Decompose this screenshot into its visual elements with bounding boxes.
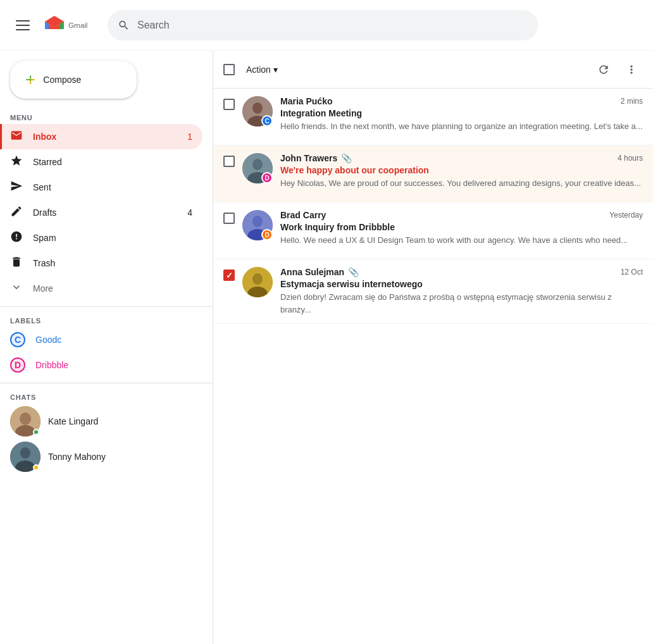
email-row-3[interactable]: D Brad Carry Yesterday Work Inquiry from… (213, 202, 653, 259)
email-sender-1: Maria Pućko (280, 96, 332, 106)
sidebar-item-sent[interactable]: Sent (0, 175, 202, 200)
hamburger-menu-button[interactable] (10, 13, 35, 38)
tonny-avatar-wrap (10, 442, 40, 472)
action-arrow-icon: ▾ (273, 65, 278, 75)
email-row-2[interactable]: D John Trawers 📎 4 hours We're happy abo… (213, 146, 653, 202)
email-avatar-wrap-2: D (242, 153, 273, 183)
action-label: Action (246, 65, 271, 75)
email-preview-3: Hello. We need a UX & UI Design Team to … (280, 234, 643, 247)
sent-label: Sent (33, 182, 192, 192)
sidebar-divider-2 (0, 383, 213, 383)
search-bar[interactable] (108, 10, 538, 40)
email-row-4[interactable]: ✓ Anna Sulejman (213, 259, 653, 324)
kate-chat-name: Kate Lingard (48, 416, 202, 426)
compose-label: Compose (43, 75, 81, 85)
drafts-icon (10, 205, 23, 221)
search-icon (118, 19, 130, 32)
email-content-3: Brad Carry Yesterday Work Inquiry from D… (280, 210, 643, 247)
chat-item-tonny[interactable]: Tonny Mahony ⋮ (0, 439, 213, 474)
sidebar-item-more[interactable]: More (0, 276, 202, 301)
svg-point-9 (252, 102, 263, 114)
gmail-text-icon: Gmail (68, 14, 100, 37)
sent-icon (10, 180, 23, 195)
starred-label: Starred (33, 157, 192, 167)
checkmark-icon: ✓ (226, 271, 233, 280)
trash-label: Trash (33, 258, 192, 268)
svg-point-6 (20, 447, 30, 459)
email-checkbox-2[interactable] (223, 156, 235, 167)
email-checkbox-4[interactable]: ✓ (223, 269, 235, 281)
labels-section-label: LABELS (0, 312, 213, 327)
svg-text:Gmail: Gmail (68, 21, 87, 29)
email-header-2: John Trawers 📎 4 hours (280, 153, 643, 163)
svg-point-18 (252, 273, 263, 285)
inbox-count: 1 (187, 132, 192, 142)
more-chevron-icon (10, 281, 23, 297)
menu-section-label: MENU (0, 109, 213, 124)
sidebar-divider-1 (0, 306, 213, 307)
email-subject-1: Integration Meeting (280, 108, 643, 118)
email-header-1: Maria Pućko 2 mins (280, 96, 643, 106)
inbox-icon (10, 129, 23, 145)
search-input[interactable] (137, 20, 528, 31)
email-checkbox-box-2[interactable] (223, 156, 235, 167)
more-label: More (33, 283, 192, 294)
kate-avatar-wrap (10, 406, 40, 437)
email-checkbox-1[interactable] (223, 99, 235, 110)
email-content-4: Anna Sulejman 📎 12 Oct Estymacja serwisu… (280, 267, 643, 316)
email-checkbox-box-1[interactable] (223, 99, 235, 110)
dribbble-label-icon: D (10, 357, 25, 373)
spam-label: Spam (33, 233, 192, 243)
email-checkbox-3[interactable] (223, 213, 235, 224)
email-sender-3: Brad Carry (280, 210, 326, 220)
more-options-button[interactable] (620, 58, 643, 81)
dribbble-label-name: Dribbble (35, 360, 68, 370)
email-toolbar: Action ▾ (213, 51, 653, 89)
gmail-logo[interactable]: Gmail (43, 14, 100, 37)
chat-item-kate[interactable]: Kate Lingard ⋮ (0, 404, 213, 439)
tonny-online-indicator (33, 464, 39, 471)
compose-button[interactable]: + Compose (10, 61, 137, 99)
email-checkbox-box-3[interactable] (223, 213, 235, 224)
email-subject-2: We're happy about our cooperation (280, 165, 643, 175)
anna-avatar (242, 267, 273, 297)
label-item-goodc[interactable]: C Goodc (0, 327, 202, 352)
email-subject-4: Estymacja serwisu internetowego (280, 279, 643, 289)
email-row-1[interactable]: C Maria Pućko 2 mins Integration Meeting… (213, 89, 653, 146)
john-badge: D (261, 172, 273, 183)
anna-avatar-image (242, 267, 273, 297)
email-preview-4: Dzień dobry! Zwracam się do Państwa z pr… (280, 291, 643, 316)
email-list: C Maria Pućko 2 mins Integration Meeting… (213, 89, 653, 644)
kate-online-indicator (33, 429, 39, 435)
email-header-4: Anna Sulejman 📎 12 Oct (280, 267, 643, 277)
tonny-chat-name: Tonny Mahony (48, 452, 202, 462)
sidebar-item-starred[interactable]: Starred (0, 149, 202, 175)
action-dropdown-button[interactable]: Action ▾ (240, 61, 284, 78)
sidebar-item-spam[interactable]: Spam (0, 225, 202, 251)
maria-badge: C (261, 115, 273, 127)
email-preview-2: Hey Nicolas, We are proud of our success… (280, 177, 643, 190)
refresh-button[interactable] (592, 58, 615, 81)
email-avatar-wrap-3: D (242, 210, 273, 240)
email-avatar-wrap-1: C (242, 96, 273, 127)
email-content-1: Maria Pućko 2 mins Integration Meeting H… (280, 96, 643, 133)
goodc-label-name: Goodc (35, 335, 61, 345)
sidebar-item-drafts[interactable]: Drafts 4 (0, 200, 202, 225)
app-header: Gmail (0, 0, 653, 51)
goodc-label-icon: C (10, 332, 25, 347)
label-item-dribbble[interactable]: D Dribbble (0, 352, 202, 378)
sidebar-item-trash[interactable]: Trash (0, 251, 202, 276)
compose-plus-icon: + (25, 71, 35, 89)
john-attachment-icon: 📎 (341, 153, 352, 163)
sidebar-item-inbox[interactable]: Inbox 1 (0, 124, 202, 149)
inbox-label: Inbox (33, 132, 177, 142)
email-checkbox-checked-4[interactable]: ✓ (223, 269, 235, 281)
email-time-4: 12 Oct (621, 268, 643, 276)
anna-attachment-icon: 📎 (348, 267, 359, 277)
email-avatar-wrap-4 (242, 267, 273, 297)
select-all-checkbox[interactable] (223, 64, 235, 75)
email-subject-3: Work Inquiry from Dribbble (280, 222, 643, 232)
email-time-1: 2 mins (621, 97, 643, 106)
email-preview-1: Hello friends. In the next month, we hav… (280, 120, 643, 133)
trash-icon (10, 256, 23, 271)
